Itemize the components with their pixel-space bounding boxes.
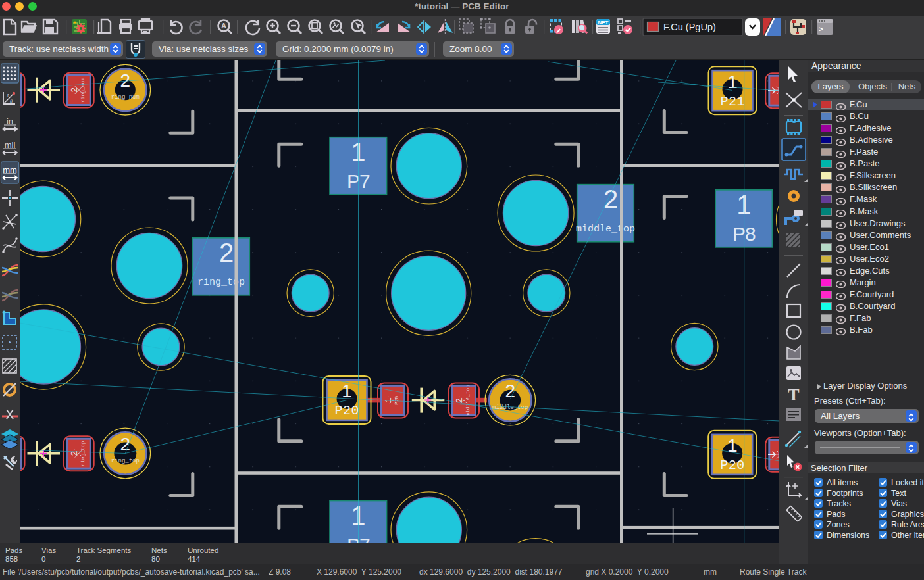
svg-text:P21: P21 [721, 94, 745, 109]
svg-text:NET: NET [598, 20, 609, 26]
svg-text:2: 2 [505, 381, 516, 401]
svg-text:2: 2 [120, 70, 131, 91]
svg-text:P20: P20 [720, 458, 744, 473]
svg-text:P20: P20 [394, 396, 400, 406]
svg-text:A: A [221, 22, 226, 30]
svg-text:middle_top: middle_top [465, 385, 471, 416]
svg-text:T: T [788, 385, 799, 404]
svg-text:r: r [7, 92, 9, 98]
svg-text:>_: >_ [819, 26, 828, 34]
svg-text:2: 2 [603, 185, 618, 214]
svg-text:ring_num: ring_num [80, 78, 86, 103]
svg-text:ring_num: ring_num [111, 94, 140, 101]
svg-text:ring_top: ring_top [111, 458, 140, 464]
svg-text:F.Cu (PgUp): F.Cu (PgUp) [663, 22, 716, 32]
svg-text:ring_top: ring_top [80, 441, 86, 466]
svg-text:2: 2 [70, 87, 80, 93]
svg-text:P20: P20 [335, 403, 359, 418]
svg-text:ring_top: ring_top [197, 277, 245, 288]
svg-text:middle_top: middle_top [576, 224, 635, 235]
svg-text:θ: θ [10, 99, 13, 105]
svg-text:2: 2 [219, 238, 234, 267]
svg-text:1: 1 [727, 72, 738, 92]
